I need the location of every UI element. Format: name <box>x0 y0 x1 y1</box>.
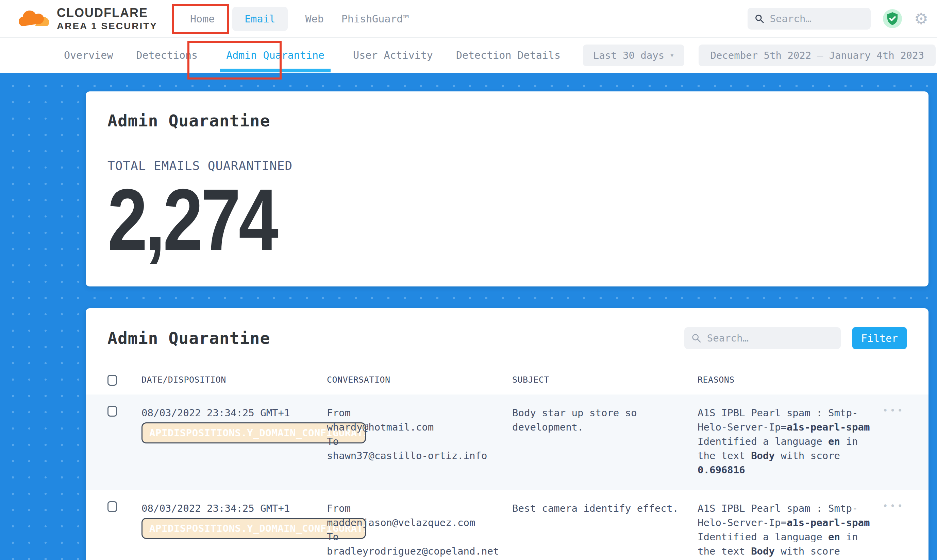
brand-name: CLOUDFLARE <box>57 6 157 20</box>
table-search-input[interactable] <box>707 332 833 344</box>
global-search-input[interactable] <box>770 13 863 25</box>
from-label: From <box>327 501 512 515</box>
cloudflare-cloud-icon <box>19 8 51 29</box>
time-range-label: Last 30 days <box>593 49 665 61</box>
nav-item-home[interactable]: Home <box>190 13 215 25</box>
row-checkbox[interactable] <box>108 406 117 417</box>
to-address: bradleyrodriguez@copeland.net <box>327 544 512 558</box>
shield-check-icon <box>887 12 898 25</box>
table-row: 08/03/2022 23:34:25 GMT+1 From whardy@ho… <box>86 394 928 490</box>
table-search[interactable] <box>684 327 841 349</box>
brand-logo: CLOUDFLARE AREA 1 SECURITY <box>19 6 157 32</box>
summary-card: Admin Quarantine TOTAL EMAILS QUARANTINE… <box>86 91 928 286</box>
row-checkbox[interactable] <box>108 501 117 512</box>
settings-gear-icon[interactable]: ⚙ <box>914 11 928 26</box>
column-header-reasons: REASONS <box>698 375 873 385</box>
row-actions-menu[interactable]: ••• <box>883 501 905 511</box>
email-sub-nav: Overview Detections Admin Quarantine Use… <box>0 38 937 72</box>
from-label: From <box>327 406 512 420</box>
table-card-title: Admin Quarantine <box>108 329 270 348</box>
column-header-date: DATE/DISPOSITION <box>142 375 327 385</box>
row-subject: Body star up store so development. <box>512 406 698 434</box>
column-header-subject: SUBJECT <box>512 375 698 385</box>
search-icon <box>692 333 701 343</box>
from-address: maddenjason@velazquez.com <box>327 515 512 530</box>
top-bar: CLOUDFLARE AREA 1 SECURITY Home Email We… <box>0 0 937 38</box>
from-address: whardy@hotmail.com <box>327 420 512 434</box>
row-date: 08/03/2022 23:34:25 GMT+1 <box>142 501 327 515</box>
to-label: To <box>327 530 512 544</box>
page-background: Admin Quarantine TOTAL EMAILS QUARANTINE… <box>0 73 937 560</box>
to-address: shawn37@castillo-ortiz.info <box>327 449 512 463</box>
chevron-down-icon: ▾ <box>670 51 674 60</box>
to-label: To <box>327 434 512 449</box>
filter-button[interactable]: Filter <box>852 327 907 349</box>
date-range-value: December 5th 2022 — January 4th 2023 <box>710 49 924 61</box>
protection-status-badge[interactable] <box>883 9 902 28</box>
date-range-field[interactable]: December 5th 2022 — January 4th 2023 <box>699 45 935 66</box>
tab-admin-quarantine[interactable]: Admin Quarantine <box>220 38 330 72</box>
row-actions-menu[interactable]: ••• <box>883 406 905 415</box>
tab-overview[interactable]: Overview <box>63 38 114 72</box>
summary-card-title: Admin Quarantine <box>108 111 907 130</box>
time-range-dropdown[interactable]: Last 30 days ▾ <box>583 45 685 66</box>
select-all-checkbox[interactable] <box>108 375 117 386</box>
tab-user-activity[interactable]: User Activity <box>352 38 434 72</box>
nav-item-phishguard[interactable]: PhishGuard™ <box>341 13 409 25</box>
metric-value: 2,274 <box>108 174 763 266</box>
brand-subtitle: AREA 1 SECURITY <box>57 21 157 32</box>
nav-item-email[interactable]: Email <box>232 7 287 31</box>
table-row: 08/03/2022 23:34:25 GMT+1 From maddenjas… <box>86 490 928 560</box>
tab-detection-details[interactable]: Detection Details <box>455 38 561 72</box>
column-header-conversation: CONVERSATION <box>327 375 512 385</box>
top-nav: Home Email Web PhishGuard™ <box>190 7 409 31</box>
table-header-row: DATE/DISPOSITION CONVERSATION SUBJECT RE… <box>86 368 928 394</box>
search-icon <box>755 14 764 24</box>
quarantine-table-card: Admin Quarantine Filter DATE/DISPOSITION… <box>86 308 928 560</box>
tab-detections[interactable]: Detections <box>136 38 199 72</box>
row-date: 08/03/2022 23:34:25 GMT+1 <box>142 406 327 420</box>
nav-item-web[interactable]: Web <box>306 13 324 25</box>
row-subject: Best camera identify effect. <box>512 501 698 515</box>
global-search[interactable] <box>747 8 871 29</box>
row-reasons: A1S IPBL Pearl spam : Smtp-Helo-Server-I… <box>698 406 873 477</box>
row-reasons: A1S IPBL Pearl spam : Smtp-Helo-Server-I… <box>698 501 873 560</box>
